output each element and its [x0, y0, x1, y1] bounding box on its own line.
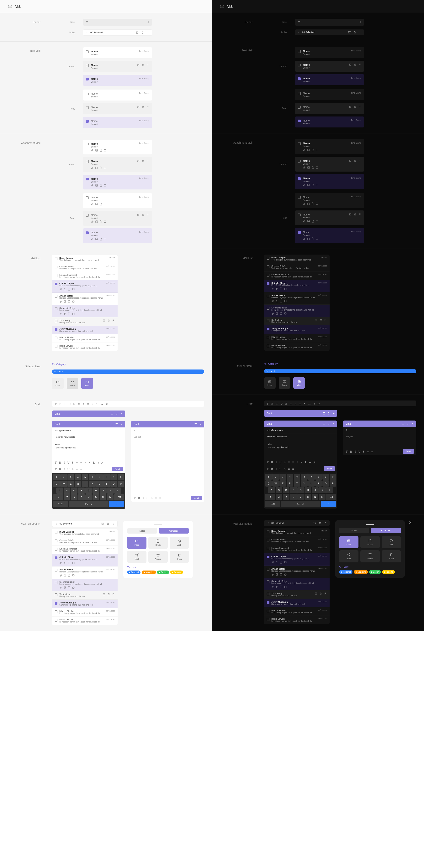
key[interactable]: G: [298, 487, 304, 493]
format-icon[interactable]: ≡: [87, 402, 89, 405]
key[interactable]: O: [322, 480, 329, 487]
settings-icon[interactable]: [199, 423, 202, 426]
inbox-card-active[interactable]: Inbox: [81, 378, 93, 389]
key[interactable]: A: [56, 488, 63, 494]
format-icon[interactable]: ≡: [371, 450, 373, 453]
checkbox[interactable]: [267, 345, 270, 347]
mail-item[interactable]: Name Subject Time Stamp: [295, 139, 364, 154]
key[interactable]: Z: [276, 494, 282, 500]
format-icon[interactable]: S: [283, 467, 286, 470]
trash-icon[interactable]: [108, 319, 110, 322]
mail-list-item[interactable]: Jenny Murtaugh Save your old phone data …: [52, 599, 118, 608]
keyboard[interactable]: 1234567890 QWERTYUIOP ASDFGHJKL ⇧ZXCVBNM…: [264, 472, 337, 508]
format-icon[interactable]: ≡: [292, 461, 294, 463]
mail-item[interactable]: Name Subject Time Stamp: [83, 48, 152, 58]
checkbox[interactable]: [86, 196, 89, 199]
module-inbox[interactable]: Inbox: [127, 537, 146, 549]
mail-list-item[interactable]: Chinelo Chyke Final final final final de…: [52, 280, 118, 293]
minimize-icon[interactable]: [190, 423, 192, 426]
trash-icon[interactable]: [319, 319, 322, 321]
archive-icon[interactable]: [349, 105, 351, 108]
inbox-card-hover[interactable]: Inbox: [67, 378, 78, 389]
module-drafts[interactable]: Drafts: [148, 537, 168, 549]
checkbox[interactable]: [55, 283, 57, 285]
checkbox[interactable]: [55, 337, 57, 339]
send-button[interactable]: Send: [191, 496, 202, 500]
format-icon[interactable]: I: [275, 467, 278, 470]
enter-key[interactable]: ↵: [109, 501, 124, 507]
minimize-icon[interactable]: [111, 412, 113, 415]
key[interactable]: W: [60, 481, 67, 487]
key[interactable]: Y: [301, 480, 307, 487]
label-pill[interactable]: Label: [52, 370, 204, 374]
inbox-card-hover[interactable]: Inbox: [279, 377, 290, 389]
checkbox[interactable]: [55, 328, 57, 331]
mail-item[interactable]: Name Subject Time Stamp: [295, 228, 364, 243]
settings-icon[interactable]: [411, 423, 414, 425]
checkbox[interactable]: [298, 196, 301, 199]
key[interactable]: A: [268, 487, 275, 493]
key[interactable]: 9: [110, 474, 117, 480]
format-icon[interactable]: ≡: [287, 461, 290, 463]
mail-list-item[interactable]: Emelda Scandroot Its not easy as you thi…: [264, 272, 330, 280]
label-chip-marketing[interactable]: Marketing: [142, 570, 156, 574]
archive-icon[interactable]: [103, 319, 105, 322]
checkbox[interactable]: [267, 610, 270, 612]
trash-icon[interactable]: [354, 213, 356, 216]
send-button[interactable]: Send: [403, 449, 414, 454]
format-icon[interactable]: ⇥: [313, 402, 315, 405]
key[interactable]: 9: [322, 474, 329, 480]
trash-icon[interactable]: [327, 423, 330, 425]
checkbox[interactable]: [267, 530, 270, 533]
trash-icon[interactable]: [142, 64, 144, 66]
checkbox[interactable]: [86, 143, 89, 145]
key[interactable]: X: [71, 494, 78, 500]
archive-icon[interactable]: [349, 213, 351, 216]
format-icon[interactable]: ⇥: [309, 461, 311, 463]
format-icon[interactable]: T: [345, 450, 348, 453]
mail-list-item[interactable]: Babila Ebwélé Its not easy as you think,…: [264, 616, 330, 624]
key[interactable]: P: [330, 480, 336, 487]
inbox-card-rest[interactable]: Inbox: [52, 378, 64, 389]
shift-key[interactable]: ⇧: [53, 494, 63, 500]
mail-list-item[interactable]: Mônica Ribeiro Its not easy as you think…: [264, 334, 330, 342]
mail-item[interactable]: Name Subject Time Stamp: [83, 75, 152, 86]
format-icon[interactable]: ⇥: [101, 402, 103, 405]
mail-list-item[interactable]: Stephanie Bailey Legal process of regist…: [264, 305, 330, 317]
key[interactable]: D: [71, 488, 78, 494]
settings-icon[interactable]: [332, 412, 335, 415]
checkbox[interactable]: [86, 214, 89, 217]
key[interactable]: 4: [75, 474, 81, 480]
mail-list-item[interactable]: Xu Xuefeng Hurray, You have won the new: [264, 590, 330, 599]
settings-icon[interactable]: [120, 412, 122, 415]
key[interactable]: 7: [96, 474, 103, 480]
mail-list-item[interactable]: Babila Ebwélé Its not easy as you think,…: [264, 342, 330, 351]
checkbox[interactable]: [267, 601, 270, 604]
flag-icon[interactable]: [359, 105, 361, 108]
archive-icon[interactable]: [103, 593, 105, 595]
archive-icon[interactable]: [101, 522, 104, 525]
key[interactable]: E: [279, 480, 286, 487]
trash-icon[interactable]: [319, 592, 322, 595]
mail-list-item[interactable]: Jenny Murtaugh Save your old phone data …: [264, 326, 330, 334]
checkbox[interactable]: [298, 142, 301, 145]
checkbox[interactable]: [55, 610, 57, 613]
format-icon[interactable]: ≡: [76, 468, 78, 470]
key[interactable]: U: [96, 481, 103, 487]
format-icon[interactable]: ≡: [292, 467, 294, 470]
label-chip-projects[interactable]: Projects: [382, 570, 395, 574]
flag-icon[interactable]: [147, 106, 149, 108]
format-icon[interactable]: B: [59, 461, 61, 464]
trash-icon[interactable]: [115, 423, 118, 426]
trash-icon[interactable]: [354, 105, 356, 108]
key[interactable]: L: [114, 488, 121, 494]
mail-item[interactable]: Name Subject Time Stamp: [295, 193, 364, 208]
key[interactable]: F: [290, 487, 297, 493]
format-icon[interactable]: S: [73, 402, 76, 405]
minimize-icon[interactable]: [322, 412, 325, 415]
key[interactable]: 5: [294, 474, 300, 480]
key[interactable]: Q: [265, 480, 272, 487]
trash-icon[interactable]: [142, 214, 144, 216]
mail-item[interactable]: Name Subject: [295, 211, 364, 225]
trash-icon[interactable]: [194, 423, 197, 426]
